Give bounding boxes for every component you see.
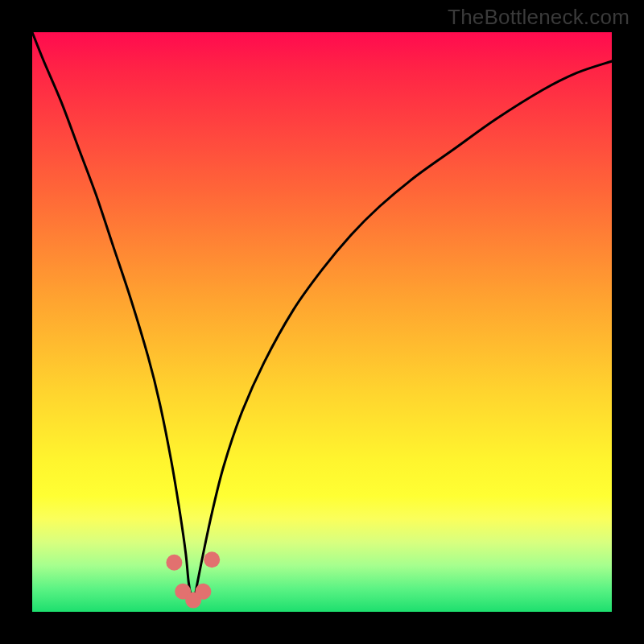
data-point bbox=[204, 551, 220, 568]
bottleneck-curve bbox=[32, 32, 612, 599]
data-points bbox=[166, 551, 220, 608]
data-point bbox=[166, 555, 182, 571]
curve-layer bbox=[32, 32, 612, 612]
chart-frame: TheBottleneck.com bbox=[0, 0, 644, 644]
data-point bbox=[195, 584, 211, 600]
attribution-text: TheBottleneck.com bbox=[448, 5, 630, 30]
